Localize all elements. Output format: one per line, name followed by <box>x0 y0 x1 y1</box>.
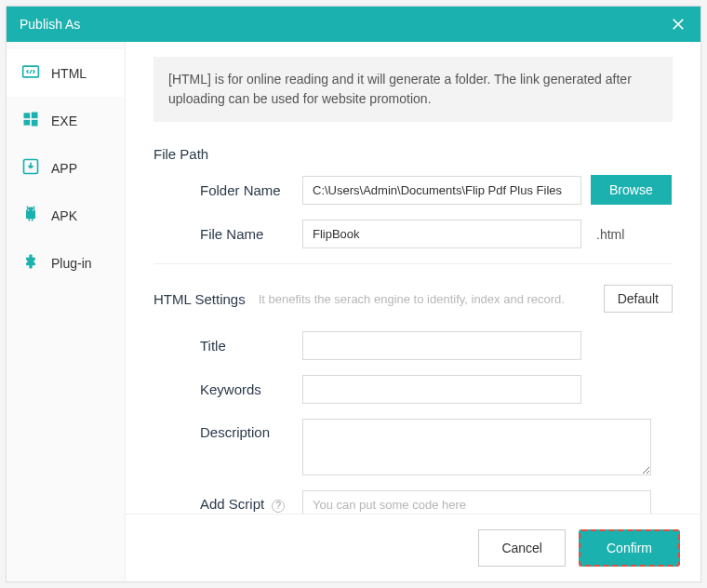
sidebar-item-label: APP <box>51 161 77 176</box>
divider <box>153 263 673 264</box>
sidebar-item-apk[interactable]: APK <box>7 192 125 239</box>
svg-rect-1 <box>24 113 31 118</box>
script-label-text: Add Script <box>200 496 264 512</box>
windows-icon <box>21 110 40 131</box>
dialog-body: HTML EXE APP APK <box>7 42 700 581</box>
android-icon <box>21 205 40 226</box>
sidebar-item-label: HTML <box>51 66 87 81</box>
sidebar-item-plugin[interactable]: Plug-in <box>7 239 125 287</box>
folder-row: Folder Name Browse <box>153 175 673 205</box>
title-row: Title <box>153 331 673 360</box>
folder-label: Folder Name <box>153 182 302 198</box>
script-row: Add Script ? <box>153 490 673 514</box>
filename-input[interactable] <box>302 220 581 248</box>
svg-rect-3 <box>24 120 31 126</box>
sidebar-item-exe[interactable]: EXE <box>7 97 125 144</box>
html-settings-head: HTML Settings It benefits the serach eng… <box>153 285 673 313</box>
sidebar-item-label: EXE <box>51 114 77 128</box>
keywords-label: Keywords <box>153 381 302 397</box>
help-icon[interactable]: ? <box>272 500 285 513</box>
file-ext: .html <box>596 227 624 242</box>
window-title: Publish As <box>20 17 80 32</box>
title-label: Title <box>153 338 302 354</box>
filename-label: File Name <box>153 226 302 242</box>
script-label: Add Script ? <box>153 490 302 513</box>
sidebar-item-app[interactable]: APP <box>7 144 125 192</box>
plugin-icon <box>21 252 40 274</box>
sidebar: HTML EXE APP APK <box>7 42 126 581</box>
svg-rect-4 <box>32 120 38 127</box>
confirm-button[interactable]: Confirm <box>579 529 680 567</box>
description-row: Description <box>153 419 673 475</box>
filename-row: File Name .html <box>153 220 673 248</box>
sidebar-item-html[interactable]: HTML <box>7 49 125 97</box>
title-input[interactable] <box>302 331 581 360</box>
svg-point-6 <box>28 209 30 211</box>
cancel-button[interactable]: Cancel <box>478 529 566 567</box>
info-box: [HTML] is for online reading and it will… <box>153 57 673 122</box>
description-label: Description <box>153 419 302 440</box>
keywords-input[interactable] <box>302 375 581 404</box>
download-icon <box>21 157 40 179</box>
description-input[interactable] <box>302 419 651 475</box>
html-icon <box>21 62 40 84</box>
keywords-row: Keywords <box>153 375 673 404</box>
publish-dialog: Publish As HTML EXE APP <box>6 6 701 582</box>
sidebar-item-label: APK <box>51 208 77 223</box>
html-settings-heading: HTML Settings <box>153 291 246 307</box>
svg-point-7 <box>33 209 34 211</box>
html-settings-hint: It benefits the serach engine to identif… <box>259 292 591 306</box>
svg-line-9 <box>33 207 35 209</box>
titlebar: Publish As <box>7 7 700 42</box>
default-button[interactable]: Default <box>604 285 673 313</box>
folder-input[interactable] <box>302 176 581 205</box>
close-icon[interactable] <box>669 15 687 33</box>
browse-button[interactable]: Browse <box>591 175 672 205</box>
script-input[interactable] <box>302 490 651 514</box>
file-path-heading: File Path <box>153 146 673 162</box>
svg-line-8 <box>27 207 29 209</box>
footer: Cancel Confirm <box>126 514 700 581</box>
content-area: [HTML] is for online reading and it will… <box>126 42 700 581</box>
sidebar-item-label: Plug-in <box>51 256 92 271</box>
svg-rect-2 <box>32 113 38 119</box>
